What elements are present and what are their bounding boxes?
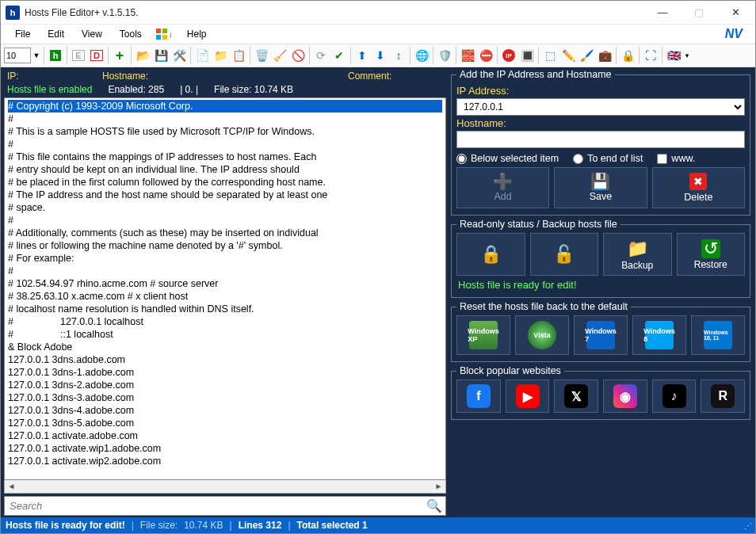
editor-line[interactable]: # Copyright (c) 1993-2009 Microsoft Corp… xyxy=(8,100,442,113)
os-win7-button[interactable]: Windows 7 xyxy=(574,315,628,355)
os-vista-button[interactable]: Vista xyxy=(515,315,569,355)
add-icon[interactable]: + xyxy=(111,47,128,64)
editor-line[interactable]: # xyxy=(8,265,442,277)
menu-file[interactable]: File xyxy=(7,26,38,42)
box-icon[interactable]: ⬚ xyxy=(541,47,559,64)
editor-line[interactable]: 127.0.0.1 3dns-2.adobe.com xyxy=(8,379,442,391)
ip-address-input[interactable]: 127.0.0.1 xyxy=(456,98,745,116)
down-icon[interactable]: ⬇ xyxy=(372,47,389,64)
clear-icon[interactable]: 🧹 xyxy=(271,47,288,64)
os-win8-button[interactable]: Windows 8 xyxy=(632,315,686,355)
flag-dropdown-icon[interactable]: ▼ xyxy=(683,47,691,64)
editor-line[interactable]: # localhost name resolution is handled w… xyxy=(8,303,442,315)
close-button[interactable]: ✕ xyxy=(717,2,754,24)
hostname-input[interactable] xyxy=(456,131,745,148)
menu-edit[interactable]: Edit xyxy=(40,26,72,42)
refresh-icon[interactable]: ⟳ xyxy=(312,47,330,64)
edit-icon[interactable]: ✏️ xyxy=(559,47,577,64)
resize-grip[interactable]: ⋰ xyxy=(744,521,750,530)
menu-windows-flag[interactable]: ↓ xyxy=(151,29,178,40)
editor-line[interactable]: # For example: xyxy=(8,252,442,265)
block-youtube-button[interactable]: ▶ xyxy=(506,380,550,413)
maximize-button[interactable]: ▢ xyxy=(681,2,717,24)
menu-help[interactable]: Help xyxy=(179,26,215,42)
menu-view[interactable]: View xyxy=(74,26,110,42)
remove-icon[interactable]: 🚫 xyxy=(289,47,307,64)
sort-icon[interactable]: ↕ xyxy=(390,47,407,64)
list-icon[interactable]: 📋 xyxy=(230,47,247,64)
editor-line[interactable]: # be placed in the first column followed… xyxy=(8,176,442,189)
restore-button[interactable]: ↺Restore xyxy=(677,233,746,276)
brush-icon[interactable]: 🖌️ xyxy=(578,47,595,64)
os-xp-button[interactable]: Windows XP xyxy=(456,315,510,355)
editor-line[interactable]: # entry should be kept on an individual … xyxy=(8,163,442,176)
editor-line[interactable]: 127.0.0.1 3dns-4.adobe.com xyxy=(8,404,442,417)
e-icon[interactable]: E xyxy=(70,47,87,64)
globe-icon[interactable]: 🌐 xyxy=(413,47,430,64)
www-checkbox[interactable]: www. xyxy=(657,153,695,164)
up-icon[interactable]: ⬆ xyxy=(353,47,371,64)
menu-tools[interactable]: Tools xyxy=(112,26,150,42)
search-icon[interactable]: 🔍 xyxy=(423,498,445,513)
block-x-button[interactable]: 𝕏 xyxy=(554,380,598,413)
block-facebook-button[interactable]: f xyxy=(456,380,501,413)
lock-icon[interactable]: 🔒 xyxy=(619,47,636,64)
horizontal-scrollbar[interactable]: ◄ ► xyxy=(4,480,446,494)
editor-line[interactable]: # 38.25.63.10 x.acme.com # x client host xyxy=(8,290,442,303)
ip-circle-icon[interactable]: IP xyxy=(500,47,517,64)
expand-icon[interactable]: ⛶ xyxy=(642,47,659,64)
editor-line[interactable]: # This file contains the mappings of IP … xyxy=(8,151,442,163)
editor-line[interactable]: 127.0.0.1 3dns-1.adobe.com xyxy=(8,366,442,379)
os-win10-button[interactable]: Windows 10, 11 xyxy=(691,315,745,355)
below-selected-radio[interactable]: Below selected item xyxy=(456,153,559,164)
editor-line[interactable]: # ::1 localhost xyxy=(8,328,442,341)
editor-line[interactable]: # Additionally, comments (such as these)… xyxy=(8,227,442,239)
tools-icon[interactable]: 🛠️ xyxy=(170,47,188,64)
search-input[interactable] xyxy=(5,497,423,515)
d-icon[interactable]: D xyxy=(88,47,105,64)
dropdown-icon[interactable]: ▼ xyxy=(32,47,41,64)
editor-line[interactable]: # lines or following the machine name de… xyxy=(8,239,442,252)
block-instagram-button[interactable]: ◉ xyxy=(603,380,647,413)
editor-line[interactable]: 127.0.0.1 activate.wip1.adobe.com xyxy=(8,442,442,455)
shield-icon[interactable]: 🛡️ xyxy=(436,47,453,64)
editor-line[interactable]: # space. xyxy=(8,201,442,214)
save-icon[interactable]: 💾 xyxy=(152,47,170,64)
editor-line[interactable]: 127.0.0.1 3dns.adobe.com xyxy=(8,353,442,366)
editor-line[interactable]: # xyxy=(8,113,442,125)
flag-uk-icon[interactable]: 🇬🇧 xyxy=(665,47,682,64)
editor-line[interactable]: # The IP address and the host name shoul… xyxy=(8,189,442,201)
editor-line[interactable]: # 102.54.94.97 rhino.acme.com # source s… xyxy=(8,277,442,290)
block-tiktok-button[interactable]: ♪ xyxy=(652,380,697,413)
block-r-button[interactable]: R xyxy=(701,380,745,413)
editor-line[interactable]: 127.0.0.1 3dns-3.adobe.com xyxy=(8,391,442,404)
add-button[interactable]: ➕Add xyxy=(456,167,549,208)
save-button[interactable]: 💾Save xyxy=(554,167,647,208)
editor-line[interactable]: # 127.0.0.1 localhost xyxy=(8,315,442,328)
editor-line[interactable]: 127.0.0.1 activate.wip2.adobe.com xyxy=(8,455,442,467)
block-icon[interactable]: ⛔ xyxy=(477,47,494,64)
open-icon[interactable]: 📂 xyxy=(134,47,151,64)
briefcase-icon[interactable]: 💼 xyxy=(596,47,613,64)
delete-icon[interactable]: 🗑️ xyxy=(253,47,270,64)
folder-icon[interactable]: 📁 xyxy=(212,47,229,64)
editor-line[interactable]: 127.0.0.1 3dns-5.adobe.com xyxy=(8,417,442,429)
enable-h-icon[interactable]: h xyxy=(47,47,64,64)
editor-line[interactable]: # xyxy=(8,214,442,227)
firewall-icon[interactable]: 🧱 xyxy=(459,47,476,64)
editor-line[interactable]: # This is a sample HOSTS file used by Mi… xyxy=(8,125,442,138)
to-end-radio[interactable]: To end of list xyxy=(573,153,643,164)
scroll-right-icon[interactable]: ► xyxy=(432,480,445,492)
minimize-button[interactable]: — xyxy=(644,2,681,24)
grid-icon[interactable]: 🔳 xyxy=(518,47,536,64)
editor-line[interactable]: & Block Adobe xyxy=(8,341,442,353)
hosts-editor[interactable]: # Copyright (c) 1993-2009 Microsoft Corp… xyxy=(4,97,446,480)
scroll-left-icon[interactable]: ◄ xyxy=(5,480,18,492)
font-size-input[interactable] xyxy=(4,48,31,63)
backup-button[interactable]: 📁Backup xyxy=(603,233,672,276)
delete-button[interactable]: ✖Delete xyxy=(652,167,745,208)
editor-line[interactable]: # xyxy=(8,138,442,151)
copy-icon[interactable]: 📄 xyxy=(193,47,211,64)
editor-line[interactable]: 127.0.0.1 activate.adobe.com xyxy=(8,429,442,442)
lock-gray-button[interactable]: 🔓 xyxy=(530,233,599,276)
